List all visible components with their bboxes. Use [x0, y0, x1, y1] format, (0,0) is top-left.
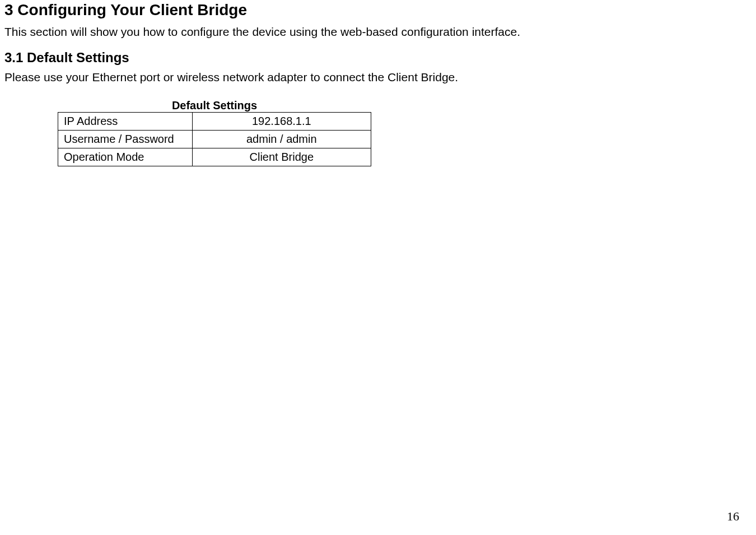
table-row: Operation Mode Client Bridge: [58, 148, 371, 166]
table-caption: Default Settings: [58, 99, 371, 112]
page-number: 16: [727, 509, 739, 524]
table-cell-label: Username / Password: [58, 130, 193, 148]
table-cell-label: Operation Mode: [58, 148, 193, 166]
table-cell-value: 192.168.1.1: [192, 112, 371, 130]
table-row: IP Address 192.168.1.1: [58, 112, 371, 130]
table-cell-label: IP Address: [58, 112, 193, 130]
table-cell-value: Client Bridge: [192, 148, 371, 166]
subsection-heading: 3.1 Default Settings: [4, 50, 752, 66]
section-intro: This section will show you how to config…: [4, 24, 752, 40]
table-cell-value: admin / admin: [192, 130, 371, 148]
section-heading: 3 Configuring Your Client Bridge: [4, 1, 752, 19]
table-row: Username / Password admin / admin: [58, 130, 371, 148]
default-settings-table: IP Address 192.168.1.1 Username / Passwo…: [58, 112, 371, 166]
subsection-intro: Please use your Ethernet port or wireles…: [4, 69, 752, 85]
default-settings-table-wrapper: Default Settings IP Address 192.168.1.1 …: [58, 99, 752, 166]
